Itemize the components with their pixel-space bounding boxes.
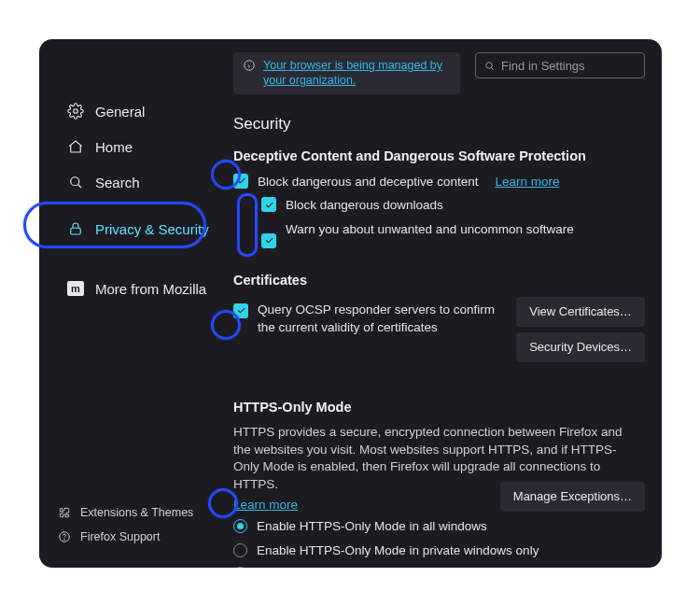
checkbox-label: Block dangerous and deceptive content [258, 173, 478, 191]
sidebar-item-label: Home [95, 139, 133, 155]
checkbox-label: Block dangerous downloads [286, 196, 443, 215]
radio-label: Enable HTTPS-Only Mode in all windows [257, 517, 487, 536]
row-block-dangerous[interactable]: Block dangerous and deceptive content Le… [233, 173, 645, 191]
home-icon [67, 138, 84, 155]
checkbox-label: Query OCSP responder servers to confirm … [258, 301, 503, 337]
checkbox-block-dangerous[interactable] [233, 174, 248, 189]
section-certificates: Certificates Query OCSP responder server… [233, 273, 645, 362]
radio-label: Don't enable HTTPS-Only Mode [257, 565, 437, 568]
button-security-devices[interactable]: Security Devices… [516, 332, 645, 362]
sidebar-item-privacy-security[interactable]: Privacy & Security [50, 211, 226, 246]
search-icon [483, 60, 496, 72]
svg-rect-2 [71, 228, 81, 234]
row-https-all[interactable]: Enable HTTPS-Only Mode in all windows [233, 517, 645, 536]
row-https-private[interactable]: Enable HTTPS-Only Mode in private window… [233, 542, 645, 560]
sidebar-item-search[interactable]: Search [50, 164, 226, 200]
managed-notice-text: Your browser is being managed by your or… [263, 58, 451, 89]
section-https-only: HTTPS-Only Mode HTTPS provides a secure,… [233, 400, 645, 568]
sidebar-item-label: Search [95, 175, 140, 190]
settings-window: General Home Search Privacy & Security [39, 39, 662, 568]
button-manage-exceptions[interactable]: Manage Exceptions… [500, 482, 645, 512]
managed-notice[interactable]: Your browser is being managed by your or… [233, 52, 460, 94]
link-learn-more[interactable]: Learn more [495, 173, 559, 191]
svg-point-0 [74, 109, 78, 114]
sidebar-item-home[interactable]: Home [50, 129, 226, 164]
section-heading: Deceptive Content and Dangerous Software… [233, 148, 645, 163]
section-deceptive-content: Deceptive Content and Dangerous Software… [233, 148, 645, 248]
radio-label: Enable HTTPS-Only Mode in private window… [257, 542, 539, 560]
info-icon [243, 59, 256, 72]
link-label: Extensions & Themes [80, 506, 193, 519]
sidebar-item-label: General [95, 104, 145, 120]
search-placeholder: Find in Settings [501, 59, 585, 73]
checkbox-ocsp[interactable] [233, 303, 248, 318]
sidebar: General Home Search Privacy & Security [39, 39, 226, 568]
row-warn-unwanted[interactable]: Warn you about unwanted and uncommon sof… [261, 220, 645, 248]
checkbox-block-downloads[interactable] [261, 197, 276, 212]
radio-https-all[interactable] [233, 519, 247, 533]
link-firefox-support[interactable]: Firefox Support [58, 527, 226, 547]
search-icon [67, 174, 84, 190]
sidebar-item-more-mozilla[interactable]: m More from Mozilla [50, 271, 226, 306]
svg-point-4 [64, 540, 65, 541]
section-heading: HTTPS-Only Mode [233, 400, 645, 415]
button-view-certificates[interactable]: View Certificates… [516, 297, 645, 327]
content-pane: Your browser is being managed by your or… [226, 39, 662, 568]
sidebar-item-label: Privacy & Security [95, 221, 209, 237]
settings-search[interactable]: Find in Settings [475, 52, 645, 78]
sidebar-footer: Extensions & Themes Firefox Support [39, 502, 226, 556]
sidebar-nav: General Home Search Privacy & Security [39, 93, 226, 306]
link-extensions-themes[interactable]: Extensions & Themes [58, 502, 226, 523]
page-title: Security [233, 115, 645, 134]
topbar: Your browser is being managed by your or… [233, 52, 645, 94]
svg-point-6 [486, 62, 493, 68]
checkbox-label: Warn you about unwanted and uncommon sof… [286, 220, 574, 239]
section-heading: Certificates [233, 273, 645, 288]
radio-https-off[interactable] [233, 567, 247, 568]
lock-icon [67, 220, 84, 237]
gear-icon [67, 103, 84, 120]
link-label: Firefox Support [80, 530, 160, 543]
radio-https-private[interactable] [233, 543, 247, 557]
svg-point-1 [71, 177, 79, 186]
sidebar-item-label: More from Mozilla [95, 281, 206, 297]
checkbox-warn-unwanted[interactable] [261, 233, 276, 248]
row-https-off[interactable]: Don't enable HTTPS-Only Mode [233, 565, 645, 568]
row-block-downloads[interactable]: Block dangerous downloads [261, 196, 645, 215]
mozilla-icon: m [67, 281, 84, 296]
sidebar-item-general[interactable]: General [50, 93, 226, 129]
row-ocsp[interactable]: Query OCSP responder servers to confirm … [233, 301, 503, 337]
